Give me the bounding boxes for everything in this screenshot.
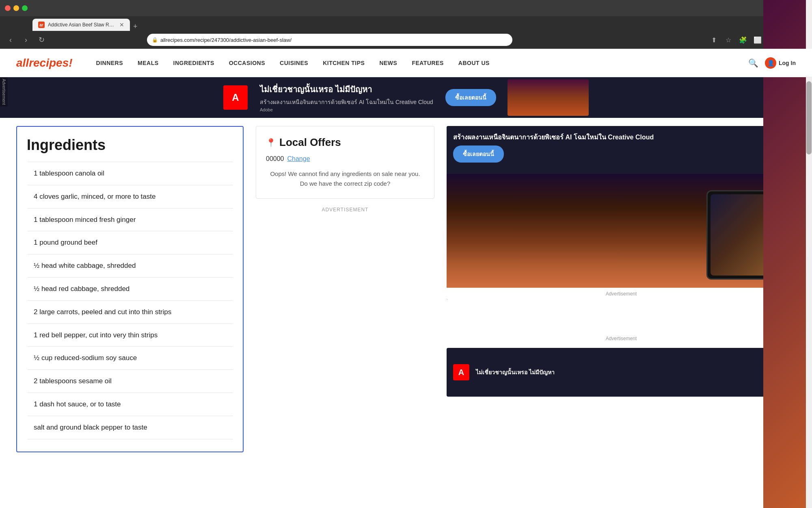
local-offers-title: Local Offers: [279, 136, 341, 149]
browser-titlebar: [0, 0, 812, 16]
right-ad-text: สร้างผลงานเหนือจินตนาการด้วยพิเซอร์ AI โ…: [453, 132, 789, 142]
zip-row: 00000 Change: [266, 155, 424, 163]
list-item: 1 pound ground beef: [27, 231, 233, 254]
right-ad2-image: [763, 348, 796, 397]
close-button[interactable]: [5, 5, 11, 11]
right-column: สร้างผลงานเหนือจินตนาการด้วยพิเซอร์ AI โ…: [447, 126, 796, 452]
tab-title: Addictive Asian Beef Slaw Rec...: [48, 22, 116, 28]
list-item: salt and ground black pepper to taste: [27, 416, 233, 439]
ad-bottom-label: Advertisement: [447, 288, 796, 300]
bookmark-button[interactable]: ☆: [723, 34, 734, 46]
ad-banner[interactable]: Advertisement A ไม่เชี่ยวชาญนั้นเหรอ ไม่…: [0, 77, 812, 118]
nav-meals[interactable]: MEALS: [130, 49, 166, 77]
nav-kitchen-tips[interactable]: KITCHEN TIPS: [315, 49, 372, 77]
header-actions: 🔍 👤 Log In: [748, 57, 796, 69]
ingredient-list: 1 tablespoon canola oil 4 cloves garlic,…: [27, 162, 233, 439]
ingredients-section: Ingredients 1 tablespoon canola oil 4 cl…: [16, 126, 244, 452]
no-offers-text: Oops! We cannot find any ingredients on …: [266, 169, 424, 189]
site-wrapper: allrecipes! DINNERS MEALS INGREDIENTS OC…: [0, 49, 812, 460]
advertisement-label: ADVERTISEMENT: [256, 207, 434, 213]
right-ad2-banner[interactable]: A ไม่เชี่ยวชาญนั้นเหรอ ไม่มีปัญหา: [447, 348, 796, 397]
list-item: ½ cup reduced-sodium soy sauce: [27, 347, 233, 370]
list-item: 1 tablespoon canola oil: [27, 162, 233, 185]
nav-about-us[interactable]: ABOUT US: [451, 49, 497, 77]
main-content: Ingredients 1 tablespoon canola oil 4 cl…: [0, 118, 812, 460]
ad-text: ไม่เชี่ยวชาญนั้นเหรอ ไม่มีปัญหา สร้างผลง…: [260, 83, 433, 112]
list-item: 1 red bell pepper, cut into very thin st…: [27, 324, 233, 347]
back-button[interactable]: ‹: [5, 34, 16, 46]
ad-text-main: ไม่เชี่ยวชาญนั้นเหรอ ไม่มีปัญหา: [260, 83, 433, 96]
ad-text-sub: สร้างผลงานเหนือจินตนาการด้วยพิเซอร์ AI โ…: [260, 98, 433, 106]
maximize-button[interactable]: [22, 5, 28, 11]
address-input[interactable]: 🔒 allrecipes.com/recipe/247300/addictive…: [147, 34, 512, 46]
forward-button[interactable]: ›: [20, 34, 32, 46]
login-button[interactable]: 👤 Log In: [765, 57, 796, 69]
list-item: 4 cloves garlic, minced, or more to tast…: [27, 185, 233, 208]
address-text: allrecipes.com/recipe/247300/addictive-a…: [160, 37, 508, 43]
browser-chrome: ar Addictive Asian Beef Slaw Rec... ✕ + …: [0, 0, 812, 49]
right-ad2-text: ไม่เชี่ยวชาญนั้นเหรอ ไม่มีปัญหา: [476, 368, 555, 377]
login-icon: 👤: [765, 57, 776, 69]
middle-column: 📍 Local Offers 00000 Change Oops! We can…: [256, 126, 434, 452]
tab-favicon: ar: [38, 22, 45, 28]
ad-cta-button[interactable]: ซื้อเลยตอนนี้: [445, 89, 496, 106]
nav-features[interactable]: FEATURES: [404, 49, 451, 77]
tab-close-button[interactable]: ✕: [119, 22, 124, 28]
login-label: Log In: [779, 60, 796, 66]
ad-brand: Adobe: [260, 107, 433, 112]
ad-portrait: [508, 79, 589, 116]
share-button[interactable]: ⬆: [708, 34, 719, 46]
ad-content: A ไม่เชี่ยวชาญนั้นเหรอ ไม่มีปัญหา สร้างผ…: [223, 83, 508, 112]
lock-icon: 🔒: [152, 37, 158, 43]
ingredients-title: Ingredients: [27, 137, 233, 154]
list-item: ½ head white cabbage, shredded: [27, 254, 233, 278]
right-ad2-content: A ไม่เชี่ยวชาญนั้นเหรอ ไม่มีปัญหา: [453, 364, 789, 380]
scroll-thumb[interactable]: [806, 81, 812, 154]
search-button[interactable]: 🔍: [748, 58, 758, 68]
local-offers-header: 📍 Local Offers: [266, 136, 424, 149]
main-nav: DINNERS MEALS INGREDIENTS OCCASIONS CUIS…: [89, 49, 748, 77]
extensions-button[interactable]: 🧩: [737, 34, 749, 46]
nav-occasions[interactable]: OCCASIONS: [222, 49, 272, 77]
reload-button[interactable]: ↻: [36, 34, 47, 46]
list-item: 2 large carrots, peeled and cut into thi…: [27, 301, 233, 324]
address-bar: ‹ › ↻ 🔒 allrecipes.com/recipe/247300/add…: [0, 31, 812, 49]
right-ad[interactable]: สร้างผลงานเหนือจินตนาการด้วยพิเซอร์ AI โ…: [447, 126, 796, 300]
right-ad-cta-button[interactable]: ซื้อเลยตอนนี้: [453, 145, 504, 163]
list-item: 1 dash hot sauce, or to taste: [27, 393, 233, 416]
right-ad2: Advertisement A ไม่เชี่ยวชาญนั้นเหรอ ไม่…: [447, 332, 796, 397]
location-icon: 📍: [266, 138, 276, 148]
zip-code: 00000: [266, 155, 284, 163]
tab-bar: ar Addictive Asian Beef Slaw Rec... ✕ +: [0, 16, 812, 31]
right-ad2-label: Advertisement: [447, 332, 796, 345]
new-tab-button[interactable]: +: [133, 22, 138, 31]
minimize-button[interactable]: [13, 5, 19, 11]
nav-news[interactable]: NEWS: [372, 49, 404, 77]
nav-ingredients[interactable]: INGREDIENTS: [166, 49, 222, 77]
nav-cuisines[interactable]: CUISINES: [272, 49, 315, 77]
adobe-logo: A: [223, 85, 248, 110]
traffic-lights: [5, 5, 28, 11]
right-ad-image: [447, 174, 796, 288]
active-tab[interactable]: ar Addictive Asian Beef Slaw Rec... ✕: [32, 19, 130, 31]
left-column: Ingredients 1 tablespoon canola oil 4 cl…: [16, 126, 244, 452]
ad-image: [508, 79, 589, 116]
local-offers-box: 📍 Local Offers 00000 Change Oops! We can…: [256, 126, 434, 199]
list-item: 2 tablespoons sesame oil: [27, 370, 233, 393]
zip-change-link[interactable]: Change: [287, 155, 310, 163]
site-logo[interactable]: allrecipes!: [16, 56, 73, 69]
list-item: 1 tablespoon minced fresh ginger: [27, 208, 233, 232]
ad-label-left: Advertisement: [0, 77, 8, 106]
sidebar-button[interactable]: ⬜: [752, 34, 763, 46]
site-header: allrecipes! DINNERS MEALS INGREDIENTS OC…: [0, 49, 812, 77]
list-item: ½ head red cabbage, shredded: [27, 278, 233, 301]
right-ad2-logo: A: [453, 364, 469, 380]
nav-dinners[interactable]: DINNERS: [89, 49, 131, 77]
